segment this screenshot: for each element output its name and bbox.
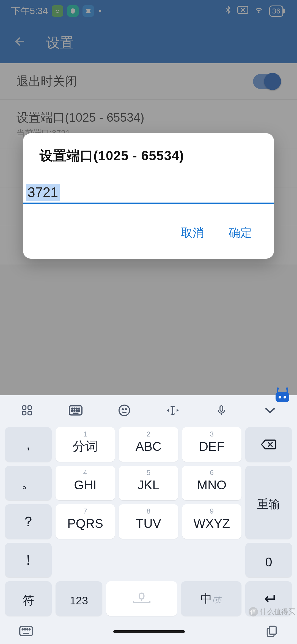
svg-point-1 [58,10,59,11]
svg-rect-47 [28,406,32,410]
svg-point-60 [119,405,129,416]
key-period[interactable]: 。 [5,466,52,500]
es-app-icon [82,5,94,17]
key-2-abc[interactable]: 2ABC [119,427,178,462]
key-exclaim[interactable]: ！ [5,543,52,577]
kb-mic-icon[interactable] [199,399,243,421]
svg-point-68 [24,629,26,630]
svg-point-57 [76,410,77,411]
svg-point-62 [125,409,126,410]
svg-rect-39 [276,392,289,402]
battery-indicator: 36 [269,6,283,17]
svg-point-69 [27,629,28,630]
svg-rect-64 [139,593,144,599]
kb-cursor-icon[interactable] [151,399,195,421]
more-indicator-icon [99,10,101,12]
key-question[interactable]: ？ [5,504,52,539]
key-symbols[interactable]: 符 [5,581,52,616]
svg-rect-73 [269,626,276,634]
svg-point-40 [279,396,281,399]
svg-rect-49 [28,411,32,415]
svg-point-0 [56,10,57,11]
page-title: 设置 [46,34,74,52]
key-language[interactable]: 中/英 [181,581,241,616]
toggle-close-on-exit[interactable] [253,74,280,89]
key-space[interactable] [106,581,177,616]
key-reenter[interactable]: 重输 [245,466,292,539]
setting-label: 设置端口(1025 - 65534) [16,110,144,126]
key-6-mno[interactable]: 6MNO [182,466,241,500]
dialog-title: 设置端口(1025 - 65534) [40,147,260,165]
key-7-pqrs[interactable]: 7PQRS [56,504,115,539]
system-nav-bar [0,619,297,644]
bluetooth-icon [224,4,232,18]
svg-point-70 [29,629,30,630]
svg-point-52 [74,408,75,409]
port-input[interactable]: 3721 [26,184,60,201]
svg-point-56 [74,410,75,411]
kb-keyboard-icon[interactable] [54,399,98,421]
wifi-icon [253,6,264,17]
key-123[interactable]: 123 [56,581,102,616]
home-indicator[interactable] [113,630,185,633]
key-1-fenci[interactable]: 1分词 [56,427,115,462]
setting-close-on-exit[interactable]: 退出时关闭 [0,63,297,100]
port-input-wrap[interactable]: 3721 [23,184,274,204]
svg-rect-63 [220,406,223,411]
clipboard-icon[interactable] [265,625,278,638]
key-9-wxyz[interactable]: 9WXYZ [182,504,241,539]
ok-button[interactable]: 确定 [226,221,255,245]
app-bar: 设置 [0,22,297,63]
ime-switch-icon[interactable] [19,626,33,638]
key-zero[interactable]: 0 [245,543,292,577]
svg-rect-48 [23,411,26,415]
svg-point-67 [22,629,23,630]
cancel-button[interactable]: 取消 [178,221,207,245]
svg-point-45 [286,388,288,390]
svg-point-54 [78,408,79,409]
kb-apps-icon[interactable] [5,399,49,421]
svg-point-44 [277,388,279,390]
kb-emoji-icon[interactable] [102,399,146,421]
key-3-def[interactable]: 3DEF [182,427,241,462]
close-box-icon [237,6,248,17]
keyboard-toolbar [0,395,297,425]
key-comma[interactable]: ， [5,427,52,462]
status-bar: 下午5:34 36 [0,0,297,22]
back-button[interactable] [8,28,32,57]
app-indicator-icon [52,5,63,17]
port-dialog: 设置端口(1025 - 65534) 3721 取消 确定 [23,133,274,259]
key-8-tuv[interactable]: 8TUV [119,504,178,539]
watermark-badge-icon: 值 [249,607,258,616]
key-4-ghi[interactable]: 4GHI [56,466,115,500]
svg-rect-46 [23,406,26,410]
svg-point-51 [72,408,73,409]
svg-point-61 [122,409,123,410]
assistant-robot-icon[interactable] [273,387,292,404]
key-5-jkl[interactable]: 5JKL [119,466,178,500]
svg-point-58 [78,410,79,411]
svg-point-53 [76,408,77,409]
shield-icon [67,5,79,17]
status-time: 下午5:34 [11,5,48,17]
key-backspace[interactable] [245,427,292,462]
svg-rect-66 [20,626,32,635]
watermark: 值 什么值得买 [249,607,295,616]
svg-point-41 [284,396,286,399]
setting-label: 退出时关闭 [16,73,77,89]
svg-point-55 [72,410,73,411]
